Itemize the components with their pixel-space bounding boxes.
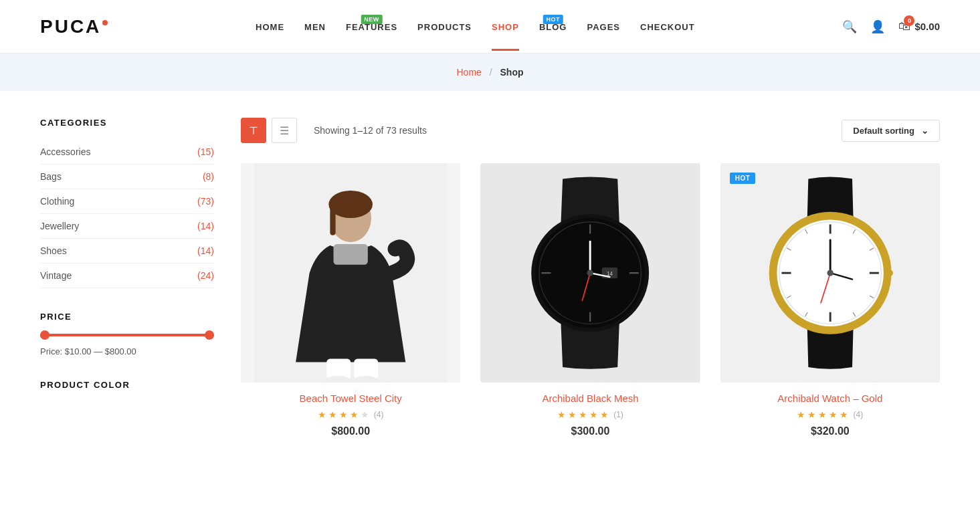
nav-item-products[interactable]: PRODUCTS bbox=[417, 22, 472, 32]
nav-item-features[interactable]: FEATURES bbox=[346, 22, 397, 32]
product-image-2: 14 bbox=[480, 163, 700, 383]
logo-text: PUCA bbox=[40, 16, 101, 37]
star-0: ★ bbox=[797, 409, 805, 420]
nav-item-shop[interactable]: SHOP bbox=[492, 22, 519, 32]
category-item-accessories[interactable]: Accessories(15) bbox=[40, 140, 214, 165]
main-layout: CATEGORIES Accessories(15)Bags(8)Clothin… bbox=[0, 91, 980, 464]
star-1: ★ bbox=[328, 409, 337, 420]
product-card-2[interactable]: 14 Archibald Black Mesh★★★★★(1)$300.00 bbox=[480, 163, 700, 437]
nav-item-wrap-products: PRODUCTS bbox=[417, 21, 472, 32]
cart-count: 0 bbox=[904, 15, 914, 26]
product-price-2: $300.00 bbox=[480, 425, 700, 437]
breadcrumb: Home / Shop bbox=[40, 67, 940, 78]
cat-name: Clothing bbox=[40, 196, 74, 207]
product-image-1 bbox=[241, 163, 460, 383]
search-icon[interactable]: 🔍 bbox=[842, 19, 857, 34]
price-section: PRICE Price: $10.00 — $800.00 bbox=[40, 312, 214, 356]
categories-list: Accessories(15)Bags(8)Clothing(73)Jewell… bbox=[40, 140, 214, 288]
chevron-down-icon: ⌄ bbox=[921, 126, 928, 136]
breadcrumb-home[interactable]: Home bbox=[456, 67, 481, 78]
product-card-1[interactable]: Beach Towel Steel City★★★★★(4)$800.00 bbox=[241, 163, 460, 437]
nav-item-blog[interactable]: BLOG bbox=[539, 22, 567, 32]
cat-name: Bags bbox=[40, 171, 62, 182]
nav-item-wrap-blog: HOTBLOG bbox=[539, 21, 567, 32]
svg-rect-4 bbox=[334, 244, 368, 265]
results-count: Showing 1–12 of 73 results bbox=[314, 125, 427, 136]
cart-amount: $0.00 bbox=[914, 21, 940, 32]
breadcrumb-separator: / bbox=[490, 67, 492, 78]
star-0: ★ bbox=[557, 409, 566, 420]
nav-item-wrap-shop: SHOP bbox=[492, 21, 519, 32]
user-icon[interactable]: 👤 bbox=[870, 19, 885, 34]
category-item-clothing[interactable]: Clothing(73) bbox=[40, 189, 214, 214]
logo[interactable]: PUCA bbox=[40, 16, 108, 37]
price-slider-min[interactable] bbox=[40, 330, 50, 340]
cat-name: Shoes bbox=[40, 245, 67, 256]
color-title: PRODUCT COLOR bbox=[40, 380, 214, 390]
nav-item-pages[interactable]: PAGES bbox=[587, 22, 620, 32]
star-4: ★ bbox=[840, 409, 848, 420]
toolbar: ⊤ ☰ Showing 1–12 of 73 results Default s… bbox=[241, 118, 940, 143]
star-0: ★ bbox=[318, 409, 326, 420]
nav-item-wrap-home: HOME bbox=[256, 21, 284, 32]
star-4: ★ bbox=[361, 409, 369, 420]
svg-point-42 bbox=[827, 270, 833, 276]
content-area: ⊤ ☰ Showing 1–12 of 73 results Default s… bbox=[241, 118, 940, 437]
grid-view-button[interactable]: ⊤ bbox=[241, 118, 266, 143]
categories-section: CATEGORIES Accessories(15)Bags(8)Clothin… bbox=[40, 118, 214, 288]
color-section: PRODUCT COLOR bbox=[40, 380, 214, 390]
toolbar-left: ⊤ ☰ Showing 1–12 of 73 results bbox=[241, 118, 427, 143]
view-toggles: ⊤ ☰ bbox=[241, 118, 297, 143]
category-item-shoes[interactable]: Shoes(14) bbox=[40, 239, 214, 263]
star-2: ★ bbox=[579, 409, 587, 420]
price-slider-max[interactable] bbox=[205, 330, 214, 340]
star-1: ★ bbox=[568, 409, 577, 420]
product-price-1: $800.00 bbox=[241, 425, 460, 437]
sort-dropdown[interactable]: Default sorting ⌄ bbox=[842, 120, 940, 142]
product-stars-2: ★★★★★(1) bbox=[480, 409, 700, 420]
cat-count: (14) bbox=[197, 245, 214, 256]
review-count-2: (1) bbox=[613, 410, 623, 419]
logo-dot bbox=[102, 20, 108, 25]
review-count-3: (4) bbox=[853, 410, 863, 419]
star-2: ★ bbox=[818, 409, 827, 420]
product-name-2[interactable]: Archibald Black Mesh bbox=[480, 393, 700, 404]
price-slider-fill bbox=[40, 334, 214, 336]
svg-rect-43 bbox=[884, 270, 893, 276]
breadcrumb-bar: Home / Shop bbox=[0, 54, 980, 91]
nav-item-checkout[interactable]: CHECKOUT bbox=[640, 22, 695, 32]
star-3: ★ bbox=[829, 409, 838, 420]
star-4: ★ bbox=[600, 409, 609, 420]
cart-button[interactable]: 🛍 0 $0.00 bbox=[898, 19, 940, 33]
star-3: ★ bbox=[589, 409, 598, 420]
nav-item-wrap-men: MEN bbox=[304, 21, 326, 32]
product-stars-3: ★★★★★(4) bbox=[720, 409, 940, 420]
categories-title: CATEGORIES bbox=[40, 118, 214, 128]
cat-count: (24) bbox=[197, 270, 214, 281]
price-slider-track[interactable] bbox=[40, 334, 214, 336]
nav-item-men[interactable]: MEN bbox=[304, 22, 326, 32]
list-view-button[interactable]: ☰ bbox=[272, 118, 297, 143]
category-item-vintage[interactable]: Vintage(24) bbox=[40, 263, 214, 288]
cat-count: (73) bbox=[197, 196, 214, 207]
product-card-3[interactable]: HOT bbox=[720, 163, 940, 437]
product-name-1[interactable]: Beach Towel Steel City bbox=[241, 393, 460, 404]
star-1: ★ bbox=[807, 409, 816, 420]
review-count-1: (4) bbox=[374, 410, 384, 419]
star-3: ★ bbox=[350, 409, 359, 420]
category-item-bags[interactable]: Bags(8) bbox=[40, 165, 214, 189]
nav-item-wrap-checkout: CHECKOUT bbox=[640, 21, 695, 32]
product-price-3: $320.00 bbox=[720, 425, 940, 437]
nav-item-wrap-pages: PAGES bbox=[587, 21, 620, 32]
price-range-label: Price: $10.00 — $800.00 bbox=[40, 346, 214, 356]
nav-item-home[interactable]: HOME bbox=[256, 22, 284, 32]
sort-label: Default sorting bbox=[853, 126, 914, 136]
header: PUCA HOMEMENNEWFEATURESPRODUCTSSHOPHOTBL… bbox=[0, 0, 980, 54]
category-item-jewellery[interactable]: Jewellery(14) bbox=[40, 214, 214, 239]
product-name-3[interactable]: Archibald Watch – Gold bbox=[720, 393, 940, 404]
breadcrumb-current: Shop bbox=[500, 67, 524, 78]
cat-name: Jewellery bbox=[40, 221, 79, 231]
main-nav: HOMEMENNEWFEATURESPRODUCTSSHOPHOTBLOGPAG… bbox=[256, 21, 695, 32]
grid-icon: ⊤ bbox=[249, 124, 258, 137]
svg-rect-3 bbox=[330, 201, 335, 235]
